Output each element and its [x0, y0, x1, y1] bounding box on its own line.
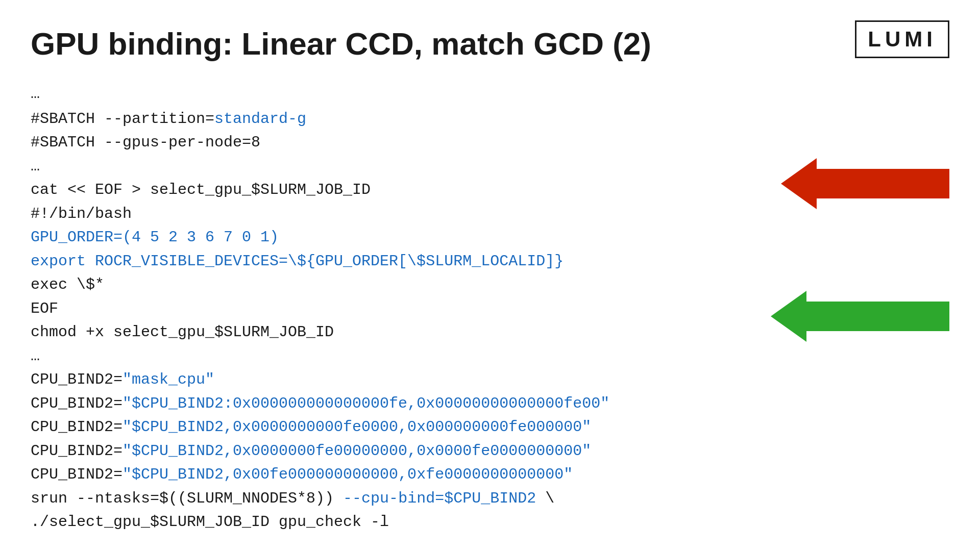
code-line-cpu-bind2-4: CPU_BIND2="$CPU_BIND2,0x00fe000000000000… [31, 463, 949, 487]
red-arrow-head [781, 158, 817, 209]
code-line-sbatch-gpus: #SBATCH --gpus-per-node=8 [31, 131, 949, 155]
red-arrow [781, 158, 949, 209]
code-line-export-rocr: export ROCR_VISIBLE_DEVICES=\${GPU_ORDER… [31, 249, 949, 273]
code-line-cpu-bind2-3: CPU_BIND2="$CPU_BIND2,0x0000000fe0000000… [31, 439, 949, 463]
code-line-cpu-bind2-mask: CPU_BIND2="mask_cpu" [31, 368, 949, 392]
green-arrow-head [771, 291, 806, 342]
code-line-srun: srun --ntasks=$((SLURM_NNODES*8)) --cpu-… [31, 487, 949, 511]
code-line-ellipsis-3: … [31, 344, 949, 368]
code-line-ellipsis-1: … [31, 82, 949, 106]
page-title: GPU binding: Linear CCD, match GCD (2) [31, 26, 949, 62]
code-line-gpu-order: GPU_ORDER=(4 5 2 3 6 7 0 1) [31, 226, 949, 249]
green-arrow-body [806, 302, 949, 331]
code-line-cpu-bind2-2: CPU_BIND2="$CPU_BIND2,0x0000000000fe0000… [31, 415, 949, 439]
code-line-sbatch-partition: #SBATCH --partition=standard-g [31, 107, 949, 131]
code-line-srun-cont: ./select_gpu_$SLURM_JOB_ID gpu_check -l [31, 510, 949, 534]
green-arrow [771, 291, 949, 342]
lumi-logo: LUMI [855, 20, 949, 58]
page-container: LUMI GPU binding: Linear CCD, match GCD … [0, 0, 980, 551]
code-line-cpu-bind2-1: CPU_BIND2="$CPU_BIND2:0x000000000000000f… [31, 392, 949, 416]
red-arrow-body [817, 169, 949, 198]
